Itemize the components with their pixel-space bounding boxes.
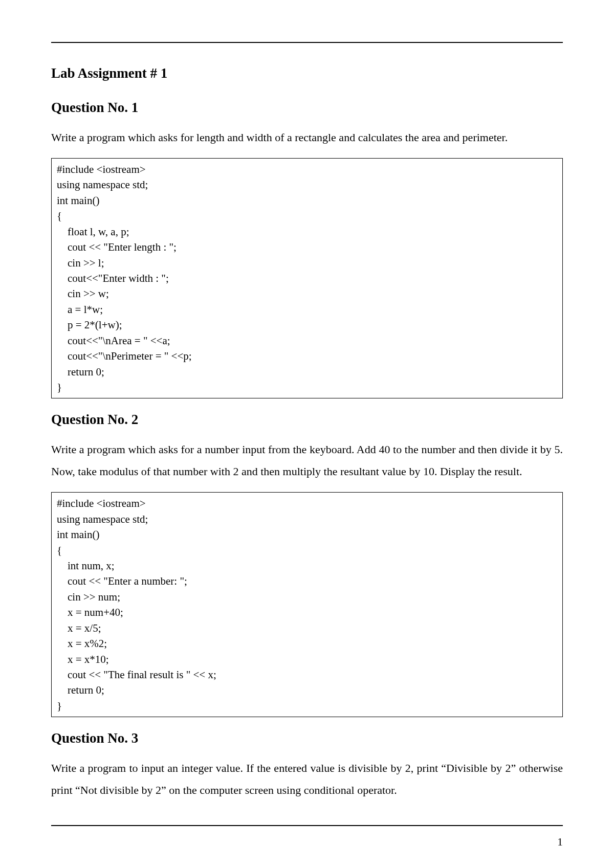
question-2-code: #include <iostream> using namespace std;… [51, 492, 563, 717]
question-3-text: Write a program to input an integer valu… [51, 758, 563, 802]
page-number: 1 [557, 835, 563, 849]
question-2-heading: Question No. 2 [51, 412, 563, 428]
top-horizontal-rule [51, 42, 563, 43]
question-1-text: Write a program which asks for length an… [51, 127, 563, 149]
assignment-title: Lab Assignment # 1 [51, 65, 563, 81]
question-1-heading: Question No. 1 [51, 100, 563, 116]
question-1-code: #include <iostream> using namespace std;… [51, 158, 563, 399]
bottom-horizontal-rule [51, 825, 563, 826]
question-2-text: Write a program which asks for a number … [51, 439, 563, 483]
question-3-heading: Question No. 3 [51, 730, 563, 746]
